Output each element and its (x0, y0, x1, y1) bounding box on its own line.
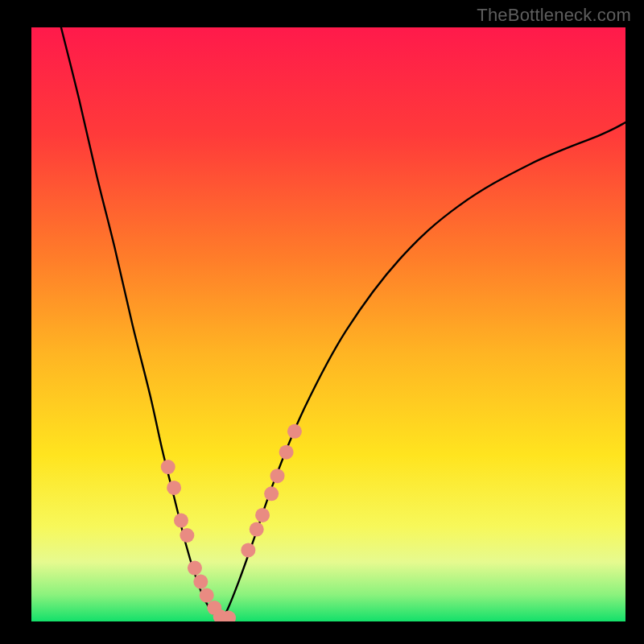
chart-stage: TheBottleneck.com (0, 0, 644, 644)
bottleneck-chart (0, 0, 644, 644)
data-point (188, 561, 202, 576)
data-point (241, 543, 255, 557)
data-point (167, 481, 181, 495)
data-point (193, 575, 208, 589)
data-point (279, 445, 294, 460)
data-point (180, 528, 194, 543)
data-point (161, 460, 175, 474)
data-point (200, 588, 214, 603)
watermark-text: TheBottleneck.com (477, 5, 631, 26)
data-point (250, 522, 264, 537)
data-point (174, 514, 188, 528)
data-point (221, 611, 236, 625)
plot-background (31, 27, 625, 621)
data-point (255, 508, 270, 522)
data-point (264, 486, 279, 501)
data-point (287, 424, 302, 439)
data-point (270, 469, 285, 483)
